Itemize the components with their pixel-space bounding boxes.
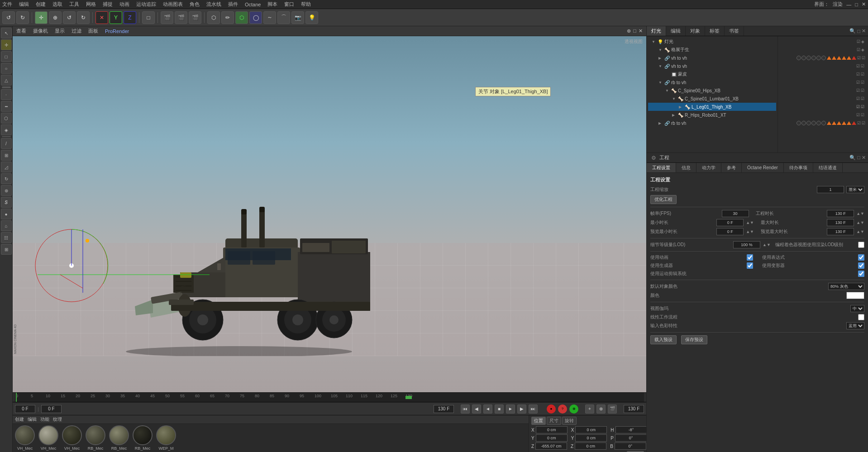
lod-checkbox[interactable] — [858, 242, 864, 248]
tri-2[interactable] — [832, 56, 836, 60]
gamma-select[interactable]: 中 — [850, 305, 864, 312]
lod-stepper[interactable]: ▲▼ — [763, 243, 771, 247]
goto-end-btn[interactable]: ⏭ — [529, 404, 538, 414]
tab-size[interactable]: 尺寸 — [547, 417, 561, 425]
tree-item-skin[interactable]: 🔲 蒙皮 — [648, 70, 776, 78]
vp-view[interactable]: 查看 — [16, 28, 26, 34]
tool-poly-sel[interactable]: △ — [1, 75, 12, 86]
props-search-icon[interactable]: 🔍 — [849, 155, 856, 161]
toolbar-redo[interactable]: ↻ — [16, 11, 29, 24]
render-queue-btn[interactable]: 🎬 — [608, 404, 617, 414]
toolbar-box[interactable]: ⬡ — [207, 11, 220, 24]
skel-vis[interactable]: ☑ — [857, 48, 860, 52]
tree-item-robot01[interactable]: ▶ 🦴 R_Hips_Robo01_XT — [648, 111, 776, 119]
tool-sphere[interactable]: ● — [1, 209, 12, 219]
toolbar-curve[interactable]: ～ — [263, 11, 276, 24]
tri2-2[interactable] — [832, 121, 836, 125]
prevmax-input[interactable] — [827, 228, 854, 235]
maxtime-input[interactable] — [827, 219, 854, 226]
tab-position[interactable]: 位置 — [531, 417, 546, 425]
x-size-input[interactable] — [575, 426, 607, 433]
menu-motion-track[interactable]: 运动追踪 — [136, 1, 156, 8]
timeline-ruler[interactable]: 0 5 10 15 20 25 30 35 40 45 50 55 60 65 … — [13, 392, 646, 402]
material-item-4[interactable]: RB_Mec — [86, 425, 105, 451]
lod-input[interactable] — [733, 241, 760, 248]
tree-item-rb1[interactable]: ▼ 🔗 rb to vh — [648, 78, 776, 86]
menu-edit[interactable]: 编辑 — [19, 1, 29, 8]
tree-item-skeleton[interactable]: ▼ 🦴 格展于生 — [648, 46, 776, 54]
skin-vis[interactable]: ☑ — [856, 72, 860, 76]
y-size-input[interactable] — [575, 434, 607, 442]
tri2-1[interactable] — [827, 121, 831, 125]
r01-render[interactable]: ☑ — [861, 113, 864, 117]
duration-input[interactable] — [827, 210, 854, 217]
toolbar-obj[interactable]: □ — [142, 11, 155, 24]
tab-reference[interactable]: 参考 — [721, 163, 742, 172]
tool-paint2[interactable]: ☷ — [1, 232, 12, 243]
render-mode-select[interactable]: 渲染 — [833, 1, 843, 8]
z-pos-input[interactable] — [535, 442, 567, 450]
menu-plugins[interactable]: 插件 — [228, 1, 238, 8]
mat-ball-2[interactable] — [38, 425, 58, 445]
red-tri[interactable] — [852, 56, 856, 60]
s01-vis[interactable]: ☑ — [856, 96, 860, 101]
dc2-5[interactable] — [816, 121, 821, 125]
vp-close[interactable]: ✕ — [639, 28, 643, 34]
toolbar-camera[interactable]: 📷 — [291, 11, 304, 24]
rb1-render[interactable]: ☑ — [861, 80, 864, 85]
menu-anim-graph[interactable]: 动画图表 — [163, 1, 183, 8]
end-frame-input[interactable] — [434, 405, 454, 413]
scene-tab-edit[interactable]: 编辑 — [666, 26, 686, 36]
mat-ball-5[interactable] — [109, 425, 129, 445]
mat-function[interactable]: 功能 — [40, 416, 49, 423]
dark-circle-1[interactable] — [796, 56, 801, 60]
mat-ball-3[interactable] — [62, 425, 82, 445]
dc2-4[interactable] — [811, 121, 816, 125]
duration-stepper[interactable]: ▲▼ — [856, 211, 864, 216]
tri2-4[interactable] — [842, 121, 846, 125]
tool-loop[interactable]: ↻ — [1, 173, 12, 184]
load-preset-btn[interactable]: 载入预设 — [650, 335, 677, 344]
color-swatch[interactable] — [846, 292, 864, 299]
menu-character[interactable]: 角色 — [190, 1, 200, 8]
material-item-2[interactable]: VH_Mec — [38, 425, 58, 451]
use-style-checkbox[interactable] — [858, 254, 864, 261]
motion-btn[interactable]: ⊕ — [596, 404, 606, 414]
rb2-vis[interactable]: ☑ — [857, 121, 861, 125]
tri-4[interactable] — [842, 56, 846, 60]
scene-expand-icon[interactable]: □ — [857, 29, 860, 34]
dc2-1[interactable] — [796, 121, 801, 125]
play-btn[interactable]: ► — [506, 404, 515, 414]
keyframe-btn[interactable]: ⊕ — [569, 404, 578, 414]
menu-scripts[interactable]: 脚本 — [267, 1, 277, 8]
vh2-render[interactable]: ☑ — [861, 64, 864, 68]
toolbar-axis-y[interactable]: Y — [110, 11, 122, 24]
tri2-3[interactable] — [837, 121, 841, 125]
menu-animate[interactable]: 动画 — [119, 1, 129, 8]
tool-obj2[interactable]: ◈ — [1, 124, 12, 135]
x-pos-input[interactable] — [536, 426, 568, 433]
vh2-vis[interactable]: ☑ — [856, 64, 860, 68]
dc2-3[interactable] — [806, 121, 811, 125]
toolbar-render2[interactable]: 🎬 — [175, 11, 187, 24]
scale-unit-select[interactable]: 厘米 — [846, 186, 864, 193]
scene-tab-bookmarks[interactable]: 书签 — [725, 26, 744, 36]
prevmin-stepper[interactable]: ▲▼ — [746, 229, 754, 234]
toolbar-render3[interactable]: 🎬 — [189, 11, 201, 24]
end-frame-display[interactable] — [624, 405, 644, 413]
prevmax-stepper[interactable]: ▲▼ — [856, 229, 864, 234]
light-vis-icon[interactable]: ☑ — [857, 39, 860, 44]
dc2-6[interactable] — [821, 121, 826, 125]
dark-circle-3[interactable] — [806, 56, 811, 60]
mat-ball-4[interactable] — [86, 425, 105, 445]
speed-frame-input[interactable] — [41, 405, 62, 413]
scene-tab-tags[interactable]: 标签 — [705, 26, 725, 36]
toolbar-axis-z[interactable]: Z — [124, 11, 136, 24]
menu-snap[interactable]: 捕捉 — [103, 1, 113, 8]
tool-uv[interactable]: ⊞ — [1, 244, 12, 255]
tri-3[interactable] — [837, 56, 841, 60]
props-expand-icon[interactable]: □ — [857, 155, 860, 161]
props-icon-gear[interactable]: ⚙ — [649, 153, 658, 162]
red-tri2[interactable] — [852, 121, 856, 125]
use-morph-checkbox[interactable] — [858, 262, 864, 269]
